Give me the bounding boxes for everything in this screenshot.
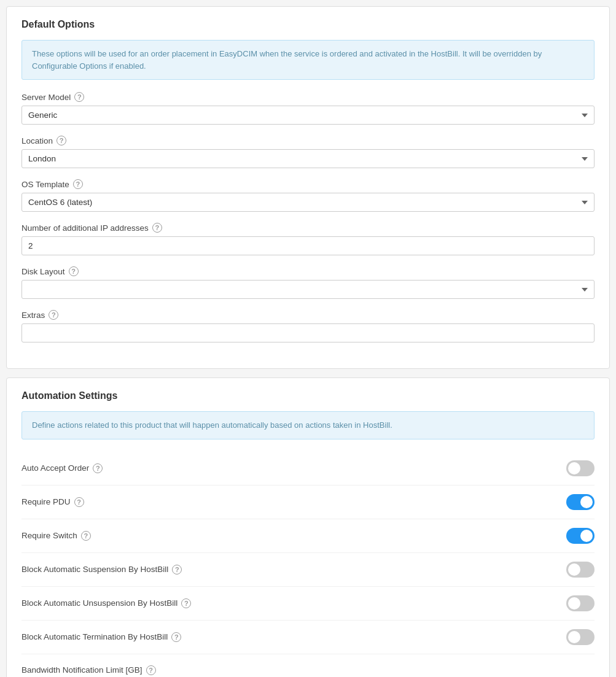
default-options-card: Default Options These options will be us… bbox=[6, 6, 610, 369]
disk-layout-help-icon[interactable]: ? bbox=[69, 266, 79, 276]
block-unsuspension-label: Block Automatic Unsuspension By HostBill… bbox=[21, 598, 191, 608]
os-template-group: OS Template ? CentOS 6 (latest) bbox=[21, 179, 595, 212]
os-template-select[interactable]: CentOS 6 (latest) bbox=[21, 193, 595, 212]
server-model-label: Server Model ? bbox=[21, 92, 595, 102]
automation-settings-title: Automation Settings bbox=[21, 390, 595, 401]
block-termination-row: Block Automatic Termination By HostBill … bbox=[21, 621, 595, 654]
require-switch-label: Require Switch ? bbox=[21, 531, 91, 541]
require-pdu-row: Require PDU ? bbox=[21, 486, 595, 519]
extras-label: Extras ? bbox=[21, 310, 595, 320]
auto-accept-order-help-icon[interactable]: ? bbox=[93, 463, 103, 473]
bandwidth-limit-label: Bandwidth Notification Limit [GB] ? bbox=[21, 665, 595, 675]
block-unsuspension-row: Block Automatic Unsuspension By HostBill… bbox=[21, 587, 595, 621]
block-unsuspension-toggle[interactable] bbox=[566, 595, 595, 611]
require-switch-toggle[interactable] bbox=[566, 528, 595, 544]
block-suspension-slider bbox=[566, 562, 595, 578]
bandwidth-limit-group: Bandwidth Notification Limit [GB] ? bbox=[21, 665, 595, 678]
server-model-group: Server Model ? Generic bbox=[21, 92, 595, 125]
require-pdu-slider bbox=[566, 494, 595, 510]
block-suspension-toggle[interactable] bbox=[566, 562, 595, 578]
default-options-title: Default Options bbox=[21, 19, 595, 30]
bandwidth-limit-help-icon[interactable]: ? bbox=[146, 665, 156, 675]
server-model-help-icon[interactable]: ? bbox=[74, 92, 84, 102]
default-options-info: These options will be used for an order … bbox=[21, 40, 595, 80]
os-template-label: OS Template ? bbox=[21, 179, 595, 189]
auto-accept-order-row: Auto Accept Order ? bbox=[21, 452, 595, 486]
auto-accept-order-label: Auto Accept Order ? bbox=[21, 463, 103, 473]
additional-ips-label: Number of additional IP addresses ? bbox=[21, 223, 595, 233]
os-template-help-icon[interactable]: ? bbox=[73, 179, 83, 189]
location-help-icon[interactable]: ? bbox=[57, 136, 66, 145]
additional-ips-help-icon[interactable]: ? bbox=[152, 223, 162, 233]
require-pdu-label: Require PDU ? bbox=[21, 497, 84, 507]
location-label: Location ? bbox=[21, 136, 595, 145]
block-suspension-label: Block Automatic Suspension By HostBill ? bbox=[21, 565, 182, 574]
extras-group: Extras ? bbox=[21, 310, 595, 342]
auto-accept-order-toggle[interactable] bbox=[566, 460, 595, 476]
require-switch-help-icon[interactable]: ? bbox=[81, 531, 91, 541]
block-termination-help-icon[interactable]: ? bbox=[171, 632, 181, 642]
automation-settings-card: Automation Settings Define actions relat… bbox=[6, 377, 610, 677]
disk-layout-label: Disk Layout ? bbox=[21, 266, 595, 276]
block-termination-toggle[interactable] bbox=[566, 629, 595, 645]
block-unsuspension-help-icon[interactable]: ? bbox=[181, 598, 191, 608]
auto-accept-order-slider bbox=[566, 460, 595, 476]
additional-ips-group: Number of additional IP addresses ? bbox=[21, 223, 595, 255]
location-select[interactable]: London bbox=[21, 149, 595, 168]
block-termination-label: Block Automatic Termination By HostBill … bbox=[21, 632, 181, 642]
block-suspension-help-icon[interactable]: ? bbox=[172, 565, 182, 574]
require-switch-slider bbox=[566, 528, 595, 544]
block-unsuspension-slider bbox=[566, 595, 595, 611]
require-pdu-toggle[interactable] bbox=[566, 494, 595, 510]
location-group: Location ? London bbox=[21, 136, 595, 168]
block-termination-slider bbox=[566, 629, 595, 645]
automation-settings-info: Define actions related to this product t… bbox=[21, 411, 595, 439]
extras-input[interactable] bbox=[21, 323, 595, 342]
require-switch-row: Require Switch ? bbox=[21, 519, 595, 553]
disk-layout-group: Disk Layout ? bbox=[21, 266, 595, 299]
additional-ips-input[interactable] bbox=[21, 236, 595, 255]
extras-help-icon[interactable]: ? bbox=[49, 310, 58, 320]
block-suspension-row: Block Automatic Suspension By HostBill ? bbox=[21, 553, 595, 587]
require-pdu-help-icon[interactable]: ? bbox=[74, 497, 84, 507]
disk-layout-select[interactable] bbox=[21, 280, 595, 299]
server-model-select[interactable]: Generic bbox=[21, 106, 595, 125]
